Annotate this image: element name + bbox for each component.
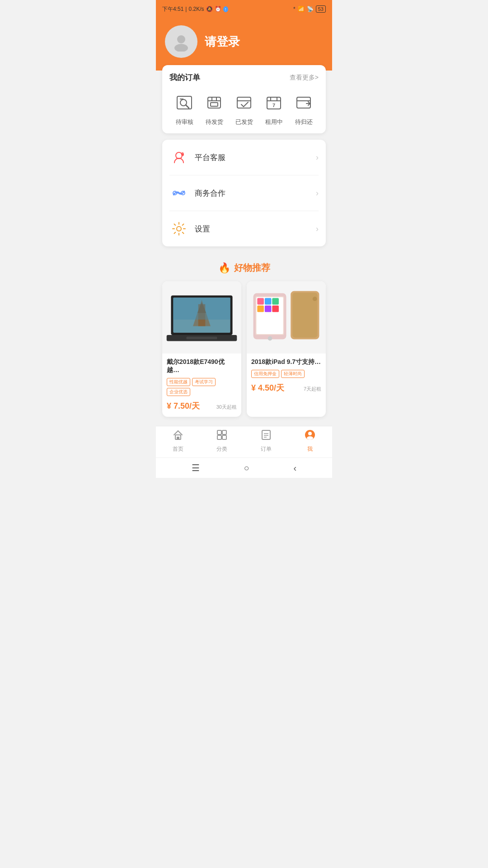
svg-point-34 <box>268 336 272 341</box>
product-name-laptop: 戴尔2018款E7490优越… <box>167 358 237 374</box>
order-item-shipped[interactable]: 已发货 <box>232 91 256 126</box>
customer-service-icon <box>169 148 188 167</box>
nav-order-label: 订单 <box>261 445 272 453</box>
home-icon <box>172 429 184 443</box>
status-left: 下午4:51 | 0.2K/s 🔕 ⏰ ↑ <box>162 5 228 13</box>
product-tags-laptop: 性能优越 考试学习 企业优选 <box>167 378 237 396</box>
svg-rect-11 <box>297 97 310 108</box>
svg-rect-31 <box>257 306 264 312</box>
menu-arrow-settings: › <box>316 224 319 234</box>
bottom-nav: 首页 分类 订单 <box>156 426 332 458</box>
menu-item-business[interactable]: 商务合作 › <box>169 175 319 211</box>
pending-return-icon <box>292 91 315 114</box>
svg-rect-41 <box>222 430 226 434</box>
nav-home[interactable]: 首页 <box>156 429 200 453</box>
profile-icon <box>304 429 316 443</box>
order-icon <box>260 429 272 443</box>
tag-performance: 性能优越 <box>167 378 190 386</box>
pending-review-icon <box>173 91 196 114</box>
svg-rect-44 <box>262 430 270 439</box>
upload-icon: ↑ <box>223 6 228 12</box>
menu-arrow-customer-service: › <box>316 153 319 162</box>
product-image-ipad <box>247 281 326 354</box>
nav-category[interactable]: 分类 <box>200 429 244 453</box>
flame-icon: 🔥 <box>218 262 230 274</box>
product-card-ipad[interactable]: 2018款iPad 9.7寸支持… 信用免押金 轻薄时尚 ¥ 4.50/天 7天… <box>247 281 326 417</box>
svg-point-16 <box>177 226 181 231</box>
order-item-pending-return[interactable]: 待归还 <box>292 91 315 126</box>
nav-profile-label: 我 <box>307 445 313 453</box>
svg-rect-7 <box>211 103 218 106</box>
status-time: 下午4:51 <box>162 5 183 13</box>
order-item-pending-review[interactable]: 待审核 <box>173 91 196 126</box>
status-bar: 下午4:51 | 0.2K/s 🔕 ⏰ ↑ * 📶 📡 53 <box>156 0 332 18</box>
pending-ship-icon <box>202 91 226 114</box>
product-price-row-ipad: ¥ 4.50/天 7天起租 <box>251 382 321 393</box>
business-cooperation-icon <box>169 184 188 203</box>
menu-item-customer-service[interactable]: 平台客服 › <box>169 140 319 175</box>
nav-category-label: 分类 <box>216 445 227 453</box>
svg-rect-42 <box>217 435 221 439</box>
status-right: * 📶 📡 53 <box>293 5 326 13</box>
nav-order[interactable]: 订单 <box>244 429 288 453</box>
tag-exam: 考试学习 <box>192 378 216 386</box>
svg-point-0 <box>177 35 185 43</box>
menu-gesture-button[interactable]: ☰ <box>192 462 200 473</box>
signal-icon: 📶 <box>298 6 305 12</box>
svg-rect-24 <box>186 337 217 340</box>
tag-credit: 信用免押金 <box>251 370 279 378</box>
product-info-ipad: 2018款iPad 9.7寸支持… 信用免押金 轻薄时尚 ¥ 4.50/天 7天… <box>247 354 326 399</box>
product-tags-ipad: 信用免押金 轻薄时尚 <box>251 370 321 378</box>
recommendations-header: 🔥 好物推荐 <box>156 253 332 281</box>
nav-profile[interactable]: 我 <box>288 429 333 453</box>
product-card-laptop[interactable]: 戴尔2018款E7490优越… 性能优越 考试学习 企业优选 ¥ 7.50/天 … <box>162 281 241 417</box>
tag-slim: 轻薄时尚 <box>281 370 305 378</box>
back-gesture-button[interactable]: ‹ <box>293 463 296 473</box>
header-section: 请登录 <box>156 18 332 71</box>
menu-item-settings[interactable]: 设置 › <box>169 211 319 246</box>
gesture-bar: ☰ ○ ‹ <box>156 458 332 478</box>
tag-enterprise: 企业优选 <box>167 388 190 396</box>
order-label-renting: 租用中 <box>265 118 283 126</box>
order-title: 我的订单 <box>169 72 200 83</box>
order-more[interactable]: 查看更多> <box>290 74 319 82</box>
menu-card: 平台客服 › 商务合作 › 设置 › <box>162 140 326 246</box>
svg-rect-33 <box>272 306 279 312</box>
menu-label-business: 商务合作 <box>195 188 316 198</box>
product-info-laptop: 戴尔2018款E7490优越… 性能优越 考试学习 企业优选 ¥ 7.50/天 … <box>162 354 241 417</box>
renting-icon: 7 <box>262 91 286 114</box>
wifi-icon: 📡 <box>307 6 314 12</box>
menu-arrow-business: › <box>316 189 319 198</box>
home-gesture-button[interactable]: ○ <box>244 463 249 473</box>
product-rent-ipad: 7天起租 <box>304 386 321 392</box>
svg-rect-32 <box>265 306 272 312</box>
product-image-laptop <box>162 281 241 354</box>
nav-home-label: 首页 <box>173 445 183 453</box>
login-prompt[interactable]: 请登录 <box>205 34 240 50</box>
product-price-ipad: ¥ 4.50/天 <box>251 382 284 393</box>
avatar[interactable] <box>165 25 197 58</box>
category-icon <box>216 429 228 443</box>
svg-rect-28 <box>257 298 264 305</box>
order-item-pending-ship[interactable]: 待发货 <box>202 91 226 126</box>
svg-rect-43 <box>222 435 226 439</box>
svg-point-12 <box>176 152 182 159</box>
order-label-pending-return: 待归还 <box>295 118 313 126</box>
products-grid: 戴尔2018款E7490优越… 性能优越 考试学习 企业优选 ¥ 7.50/天 … <box>156 281 332 426</box>
product-price-row-laptop: ¥ 7.50/天 30天起租 <box>167 401 237 411</box>
alarm-icon: ⏰ <box>215 6 221 12</box>
battery-indicator: 53 <box>316 5 326 13</box>
order-label-pending-ship: 待发货 <box>206 118 223 126</box>
svg-point-37 <box>313 297 317 301</box>
svg-rect-29 <box>265 298 272 305</box>
menu-label-settings: 设置 <box>195 224 316 234</box>
product-rent-laptop: 30天起租 <box>216 404 237 410</box>
svg-point-50 <box>307 436 313 440</box>
svg-rect-30 <box>272 298 279 305</box>
settings-icon <box>169 219 188 238</box>
svg-point-49 <box>308 432 312 435</box>
svg-rect-39 <box>177 437 179 439</box>
recommendations-title: 好物推荐 <box>234 262 270 274</box>
order-label-pending-review: 待审核 <box>176 118 193 126</box>
order-item-renting[interactable]: 7 租用中 <box>262 91 286 126</box>
